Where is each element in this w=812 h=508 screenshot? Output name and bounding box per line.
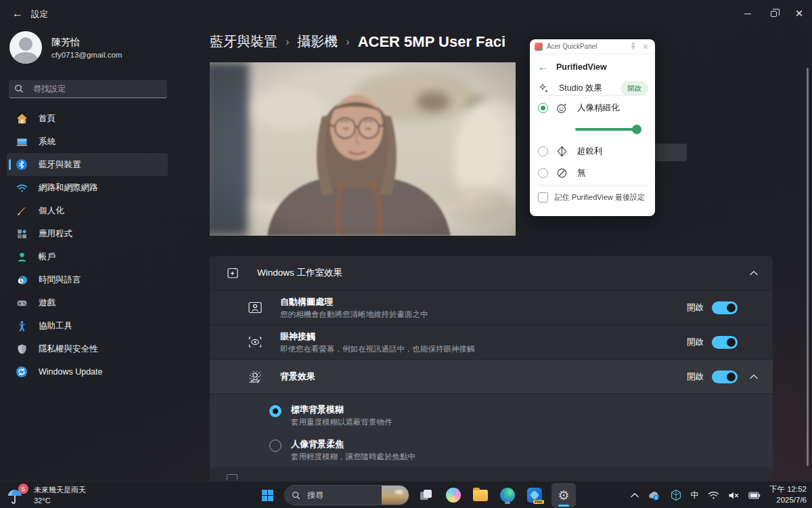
standard-blur-option[interactable]: 標準背景模糊 套用重度模糊以遮蔽背景物件 (269, 404, 773, 427)
wifi-icon[interactable] (708, 491, 719, 500)
back-arrow-icon[interactable]: ← (538, 61, 548, 72)
none-icon (556, 167, 568, 179)
remember-settings-row[interactable]: 記住 PurifiedView 最後設定 (530, 192, 655, 203)
start-button[interactable] (257, 485, 277, 505)
standard-blur-radio[interactable] (269, 405, 281, 417)
sidebar-item-network[interactable]: 網路和網際網路 (7, 176, 168, 199)
mixed-reality-icon[interactable] (670, 489, 682, 501)
file-explorer-icon (473, 490, 488, 501)
sidebar-item-bluetooth-devices[interactable]: 藍牙與裝置 (7, 153, 168, 176)
quickpanel-close-icon[interactable]: ✕ (641, 42, 650, 51)
settings-search[interactable] (9, 80, 167, 98)
search-input[interactable] (33, 84, 141, 93)
eye-contact-title: 眼神接觸 (280, 331, 687, 343)
avatar (9, 31, 42, 64)
quickpanel-title: Acer QuickPanel (547, 43, 625, 50)
taskbar-search[interactable]: 搜尋 (284, 485, 409, 505)
breadcrumb-cameras[interactable]: 攝影機 (297, 33, 338, 51)
pin-icon[interactable] (629, 43, 637, 50)
settings-app-button[interactable]: ⚙ (551, 483, 576, 507)
sidebar-item-time-language[interactable]: 時間與語言 (7, 268, 168, 291)
face-enhance-slider[interactable] (575, 128, 640, 131)
sidebar-item-apps[interactable]: 應用程式 (7, 222, 168, 245)
super-sharp-radio[interactable] (538, 146, 548, 156)
eye-contact-icon (248, 335, 263, 349)
sidebar-item-windows-update[interactable]: Windows Update (7, 360, 168, 383)
task-view-button[interactable] (416, 485, 436, 505)
face-enhance-option[interactable]: 人像精細化 (530, 102, 655, 114)
background-effects-toggle[interactable] (712, 371, 738, 383)
account-email: cfy0713@gmail.com (51, 51, 122, 59)
none-label: 無 (577, 167, 586, 179)
back-button[interactable]: ← (7, 3, 28, 24)
portrait-blur-desc: 套用輕度模糊，讓您隨時處於焦點中 (291, 452, 415, 462)
background-effects-row[interactable]: 背景效果 開啟 (210, 359, 773, 394)
sidebar-item-accessibility[interactable]: 協助工具 (7, 314, 168, 337)
eye-contact-state: 開啟 (687, 337, 704, 348)
svg-text:i: i (655, 495, 656, 500)
scrollbar[interactable] (807, 68, 809, 466)
ime-indicator[interactable]: 中 (691, 490, 700, 501)
remember-settings-label: 記住 PurifiedView 最後設定 (555, 192, 645, 203)
sidebar-item-home[interactable]: 首頁 (7, 107, 168, 130)
clock[interactable]: 下午 12:52 2025/7/6 (769, 484, 807, 505)
copilot-button[interactable] (443, 485, 464, 505)
chevron-up-icon[interactable] (750, 374, 758, 379)
background-effects-options: 標準背景模糊 套用重度模糊以遮蔽背景物件 人像背景柔焦 套用輕度模糊，讓您隨時處… (210, 394, 773, 473)
battery-icon[interactable] (748, 492, 761, 499)
standard-blur-desc: 套用重度模糊以遮蔽背景物件 (291, 417, 392, 427)
studio-effects-header[interactable]: Windows 工作室效果 (210, 256, 773, 290)
camera-preview-image (210, 62, 516, 236)
edge-button[interactable] (497, 485, 518, 505)
portrait-blur-option[interactable]: 人像背景柔焦 套用輕度模糊，讓您隨時處於焦點中 (269, 438, 773, 462)
none-radio[interactable] (538, 168, 548, 178)
sidebar-item-gaming[interactable]: 遊戲 (7, 291, 168, 314)
eye-contact-toggle[interactable] (712, 336, 738, 349)
sidebar-item-privacy[interactable]: 隱私權與安全性 (7, 337, 168, 360)
auto-framing-state: 開啟 (687, 302, 704, 314)
restore-button[interactable] (761, 0, 786, 27)
sidebar-nav: 首頁 系統 藍牙與裝置 網路和網際網路 個人化 應用程式 (7, 107, 168, 383)
bluetooth-icon (16, 158, 28, 171)
super-sharp-label: 超銳利 (577, 146, 603, 157)
file-explorer-button[interactable] (470, 485, 491, 505)
system-icon (16, 135, 28, 148)
close-button[interactable]: ✕ (786, 0, 812, 27)
time-language-icon (16, 274, 28, 286)
volume-muted-icon[interactable] (728, 491, 740, 500)
next-section-partial (210, 467, 773, 481)
portrait-blur-title: 人像背景柔焦 (291, 438, 415, 450)
breadcrumb-separator: › (286, 36, 289, 48)
running-indicator (505, 502, 510, 504)
sidebar-item-personalization[interactable]: 個人化 (7, 199, 168, 222)
account-block[interactable]: 陳芳怡 cfy0713@gmail.com (9, 31, 122, 64)
dev-preview-app-button[interactable]: PRE (524, 485, 545, 505)
face-enhance-radio[interactable] (538, 103, 548, 113)
none-option[interactable]: 無 (530, 167, 655, 179)
breadcrumb: 藍牙與裝置 › 攝影機 › ACER 5MP User Faci (210, 33, 505, 51)
sidebar-item-accounts[interactable]: 帳戶 (7, 245, 168, 268)
sidebar-item-system[interactable]: 系統 (7, 130, 168, 153)
tray-overflow-chevron[interactable] (631, 492, 639, 498)
background-effects-icon (248, 370, 263, 383)
breadcrumb-bluetooth-devices[interactable]: 藍牙與裝置 (210, 33, 277, 51)
minimize-button[interactable] (735, 0, 761, 27)
restore-icon (771, 11, 777, 17)
update-icon (16, 366, 28, 378)
weather-widget[interactable]: 5 未來幾天是雨天 32°C (7, 484, 86, 505)
acer-quickpanel: Acer QuickPanel ✕ ← PurifiedView Studio … (530, 39, 655, 216)
purifiedview-back-row[interactable]: ← PurifiedView (530, 61, 655, 72)
chevron-up-icon[interactable] (750, 270, 758, 276)
face-enhance-label: 人像精細化 (577, 102, 620, 114)
onedrive-icon[interactable]: i (648, 490, 661, 501)
auto-framing-toggle[interactable] (712, 301, 738, 314)
task-view-icon (420, 490, 432, 501)
portrait-blur-radio[interactable] (269, 440, 281, 452)
remember-settings-checkbox[interactable] (538, 192, 548, 203)
settings-window: ← 設定 ✕ 陳芳怡 cfy0713@gmail.com (0, 0, 812, 481)
clock-time: 下午 12:52 (769, 484, 807, 495)
super-sharp-option[interactable]: 超銳利 (530, 145, 655, 158)
apps-icon (16, 228, 28, 240)
studio-effects-icon (226, 266, 240, 280)
auto-framing-desc: 您的相機會自動將您清晰地維持於畫面之中 (280, 310, 687, 320)
